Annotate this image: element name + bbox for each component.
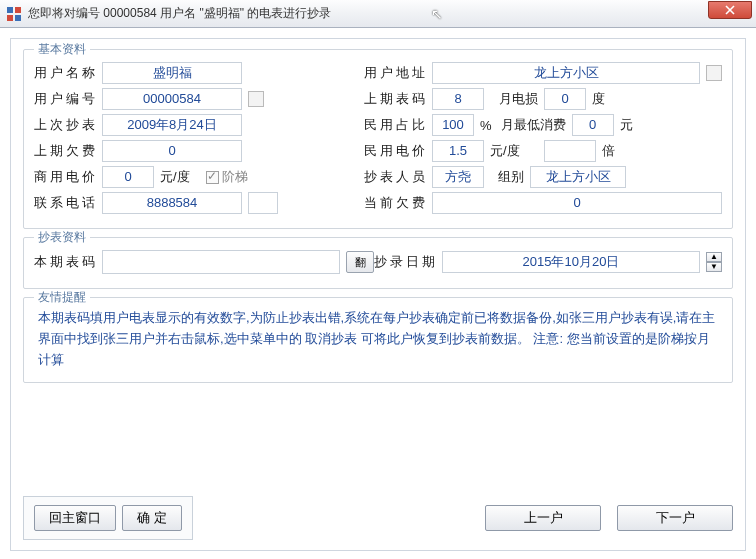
group-tip-legend: 友情提醒 [34, 289, 90, 306]
multiplier-field[interactable] [544, 140, 596, 162]
readdate-field[interactable]: 2015年10月20日 [442, 251, 700, 273]
monthloss-field[interactable]: 0 [544, 88, 586, 110]
spinner-down-icon[interactable]: ▼ [706, 262, 722, 272]
window-title: 您即将对编号 00000584 用户名 "盛明福" 的电表进行抄录 [28, 5, 331, 22]
userno-checkbox[interactable] [248, 91, 264, 107]
reader-field[interactable]: 方尧 [432, 166, 484, 188]
cursor-icon: ↖ [431, 6, 443, 22]
minconsume-field[interactable]: 0 [572, 114, 614, 136]
group-tip: 友情提醒 本期表码填用户电表显示的有效数字,为防止抄表出错,系统在每户抄表确定前… [23, 297, 733, 383]
prev-user-button[interactable]: 上一户 [485, 505, 601, 531]
userno-field[interactable]: 00000584 [102, 88, 242, 110]
group-field[interactable]: 龙上方小区 [530, 166, 626, 188]
reader-label: 抄表人员 [364, 168, 426, 186]
prevcode-label: 上期表码 [364, 90, 426, 108]
username-field[interactable]: 盛明福 [102, 62, 242, 84]
footer-right-buttons: 上一户 下一户 [485, 505, 733, 531]
address-label: 用户地址 [364, 64, 426, 82]
username-label: 用户名称 [34, 64, 96, 82]
civilratio-label: 民用占比 [364, 116, 426, 134]
flip-button[interactable]: 翻 [346, 251, 374, 273]
prevcode-field[interactable]: 8 [432, 88, 484, 110]
userno-label: 用户编号 [34, 90, 96, 108]
app-icon [6, 6, 22, 22]
prevarrears-label: 上期欠费 [34, 142, 96, 160]
spinner-up-icon[interactable]: ▲ [706, 252, 722, 262]
curarrears-label: 当前欠费 [364, 194, 426, 212]
curcode-label: 本期表码 [34, 253, 96, 271]
close-icon [725, 5, 735, 15]
footer: 回主窗口 确 定 上一户 下一户 [23, 496, 733, 540]
civilprice-label: 民用电价 [364, 142, 426, 160]
svg-rect-3 [15, 15, 21, 21]
group-basic-legend: 基本资料 [34, 41, 90, 58]
phone-field[interactable]: 8888584 [102, 192, 242, 214]
curarrears-field[interactable]: 0 [432, 192, 722, 214]
minconsume-unit: 元 [620, 116, 633, 134]
bizprice-label: 商用电价 [34, 168, 96, 186]
civilratio-field[interactable]: 100 [432, 114, 474, 136]
phone-label: 联系电话 [34, 194, 96, 212]
curcode-input[interactable] [102, 250, 340, 274]
footer-left-buttons: 回主窗口 确 定 [23, 496, 193, 540]
multiplier-unit: 倍 [602, 142, 615, 160]
civilprice-unit: 元/度 [490, 142, 520, 160]
window-close-button[interactable] [708, 1, 752, 19]
group-basic: 基本资料 用户名称 盛明福 用户地址 龙上方小区 用户编号 00000584 上… [23, 49, 733, 229]
monthloss-label: 月电损 [490, 90, 538, 108]
client-area: 基本资料 用户名称 盛明福 用户地址 龙上方小区 用户编号 00000584 上… [10, 38, 746, 551]
svg-rect-0 [7, 7, 13, 13]
address-field[interactable]: 龙上方小区 [432, 62, 700, 84]
prevarrears-field[interactable]: 0 [102, 140, 242, 162]
ladder-checkbox[interactable]: 阶梯 [206, 168, 248, 186]
lastread-label: 上次抄表 [34, 116, 96, 134]
tip-text: 本期表码填用户电表显示的有效数字,为防止抄表出错,系统在每户抄表确定前已将数据备… [34, 306, 722, 372]
ladder-label: 阶梯 [222, 168, 248, 186]
readdate-label: 抄录日期 [374, 253, 436, 271]
bizprice-unit: 元/度 [160, 168, 190, 186]
bizprice-field[interactable]: 0 [102, 166, 154, 188]
next-user-button[interactable]: 下一户 [617, 505, 733, 531]
phone-extra-box[interactable] [248, 192, 278, 214]
titlebar: 您即将对编号 00000584 用户名 "盛明福" 的电表进行抄录 ↖ [0, 0, 756, 28]
date-spinner[interactable]: ▲ ▼ [706, 252, 722, 272]
group-reading-legend: 抄表资料 [34, 229, 90, 246]
monthloss-unit: 度 [592, 90, 605, 108]
checkbox-icon [206, 171, 219, 184]
ok-button[interactable]: 确 定 [122, 505, 182, 531]
back-button[interactable]: 回主窗口 [34, 505, 116, 531]
svg-rect-2 [7, 15, 13, 21]
group-reading: 抄表资料 本期表码 翻 抄录日期 2015年10月20日 ▲ ▼ [23, 237, 733, 289]
lastread-field[interactable]: 2009年8月24日 [102, 114, 242, 136]
address-checkbox[interactable] [706, 65, 722, 81]
civilratio-unit: % [480, 118, 492, 133]
group-label: 组别 [490, 168, 524, 186]
minconsume-label: 月最低消费 [498, 116, 566, 134]
svg-rect-1 [15, 7, 21, 13]
civilprice-field[interactable]: 1.5 [432, 140, 484, 162]
